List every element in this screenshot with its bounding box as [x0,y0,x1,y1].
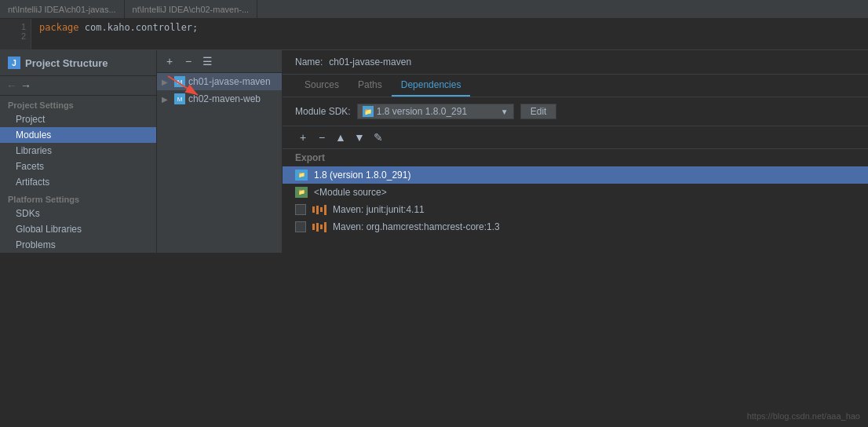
module-item-ch01[interactable]: ▶ M ch01-javase-maven [157,73,282,90]
sdk-dropdown-icon: 📁 [363,106,374,117]
project-structure-icon: J [8,57,20,69]
file-tab-1[interactable]: nt\IntelliJ IDEA\ch01-javas... [0,0,125,18]
sidebar-item-artifacts[interactable]: Artifacts [0,174,156,190]
remove-module-button[interactable]: − [181,53,196,69]
dep-item-junit[interactable]: Maven: junit:junit:4.11 [283,201,868,218]
dep-name-hamcrest: Maven: org.hamcrest:hamcrest-core:1.3 [333,221,500,232]
module-source-icon: 📁 [295,187,308,198]
sidebar-item-facets[interactable]: Facets [0,159,156,174]
add-module-button[interactable]: + [162,53,177,69]
sdk-label: Module SDK: [295,106,351,117]
dep-name-junit: Maven: junit:junit:4.11 [333,204,425,215]
name-input[interactable] [329,57,486,68]
code-classname: com.kaho.controller; [85,22,199,33]
sdk-dep-icon: 📁 [295,170,308,181]
editor-area: 1 2 package com.kaho.controller; [0,19,868,50]
sidebar-title: J Project Structure [0,50,156,76]
junit-maven-icon [312,205,326,215]
export-row: Export [283,149,868,166]
name-label: Name: [295,57,323,68]
line-numbers: 1 2 [0,19,31,49]
sdk-dropdown[interactable]: 📁 1.8 version 1.8.0_291 ▼ [357,104,514,119]
edit-sdk-button[interactable]: Edit [520,104,557,119]
add-dep-button[interactable]: + [295,130,311,145]
module-toolbar: + − ☰ [157,50,282,73]
edit-dep-button[interactable]: ✎ [370,130,386,145]
tabs-bar: Sources Paths Dependencies [283,75,868,97]
sidebar-item-modules[interactable]: Modules [0,127,156,143]
dep-item-module-source[interactable]: 📁 <Module source> [283,184,868,201]
sidebar: J Project Structure ← → Project Settings… [0,50,157,253]
watermark: https://blog.csdn.net/aaa_hao [747,411,860,421]
module-icon-ch01: M [174,76,185,87]
name-row: Name: [283,50,868,75]
sidebar-item-project[interactable]: Project [0,111,156,127]
project-settings-label: Project Settings [0,96,156,111]
sdk-dropdown-arrow: ▼ [501,108,509,116]
sidebar-item-sdks[interactable]: SDKs [0,206,156,221]
tab-sources[interactable]: Sources [295,75,348,97]
tab-dependencies[interactable]: Dependencies [392,75,471,97]
remove-dep-button[interactable]: − [314,130,330,145]
sidebar-item-global-libraries[interactable]: Global Libraries [0,221,156,237]
platform-settings-label: Platform Settings [0,190,156,206]
module-item-ch02[interactable]: ▶ M ch02-maven-web [157,90,282,108]
expand-icon-ch01: ▶ [162,78,171,86]
sdk-row: Module SDK: 📁 1.8 version 1.8.0_291 ▼ Ed… [283,97,868,126]
dep-name-module-source: <Module source> [314,187,387,198]
move-down-button[interactable]: ▼ [352,130,367,145]
file-tabs: nt\IntelliJ IDEA\ch01-javas... nt\Intell… [0,0,868,19]
deps-toolbar: + − ▲ ▼ ✎ [283,126,868,149]
junit-checkbox[interactable] [295,204,306,215]
nav-arrows: ← → [0,76,156,96]
dep-item-sdk[interactable]: 📁 1.8 (version 1.8.0_291) [283,166,868,184]
tab-paths[interactable]: Paths [348,75,392,97]
sidebar-item-problems[interactable]: Problems [0,237,156,253]
module-label-ch01: ch01-javase-maven [188,76,271,87]
module-menu-button[interactable]: ☰ [199,53,215,69]
sidebar-title-text: Project Structure [25,57,108,69]
dep-item-hamcrest[interactable]: Maven: org.hamcrest:hamcrest-core:1.3 [283,218,868,235]
module-icon-ch02: M [174,93,185,104]
module-label-ch02: ch02-maven-web [188,93,261,104]
module-panel: + − ☰ ▶ M ch01-javase-maven ▶ M ch02-mav… [157,50,283,253]
back-arrow[interactable]: ← [6,79,17,92]
editor-code: package com.kaho.controller; [31,19,868,49]
deps-list: 📁 1.8 (version 1.8.0_291) 📁 <Module sour… [283,166,868,253]
main-content: J Project Structure ← → Project Settings… [0,50,868,253]
hamcrest-maven-icon [312,222,326,232]
details-panel: Name: Sources Paths Dependencies Module … [283,50,868,253]
hamcrest-checkbox[interactable] [295,221,306,232]
file-tab-2[interactable]: nt\IntelliJ IDEA\ch02-maven-... [125,0,258,18]
sidebar-item-libraries[interactable]: Libraries [0,143,156,159]
move-up-button[interactable]: ▲ [333,130,348,145]
dep-name-sdk: 1.8 (version 1.8.0_291) [314,170,410,181]
sdk-dropdown-text: 1.8 version 1.8.0_291 [377,106,498,117]
export-label: Export [295,152,325,163]
expand-icon-ch02: ▶ [162,95,171,104]
forward-arrow[interactable]: → [20,79,31,92]
code-keyword: package [39,22,79,33]
